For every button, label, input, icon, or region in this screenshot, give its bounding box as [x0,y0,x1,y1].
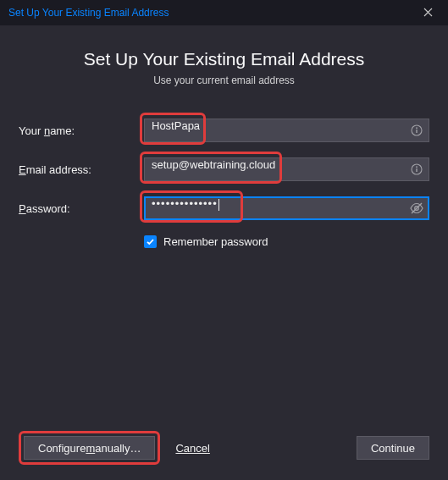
svg-rect-2 [416,130,417,133]
remember-checkbox[interactable] [144,235,157,248]
name-input-wrap: HostPapa [144,119,429,142]
page-heading: Set Up Your Existing Email Address [19,49,429,69]
text-caret [218,199,219,211]
password-input-wrap: •••••••••••••• [144,196,429,220]
password-label: Password: [19,202,144,215]
close-button[interactable] [407,0,448,25]
window-title: Set Up Your Existing Email Address [8,7,169,19]
row-name: Your name: HostPapa [19,119,429,142]
info-icon [409,123,424,138]
password-input[interactable]: •••••••••••••• [144,196,429,220]
toggle-password-visibility-icon[interactable] [409,201,424,216]
email-input[interactable]: setup@webtraining.cloud [144,157,429,181]
remember-label: Remember password [163,235,268,248]
svg-point-1 [416,127,418,129]
email-input-wrap: setup@webtraining.cloud [144,157,429,181]
configure-manually-button[interactable]: Configure manually… [24,436,155,460]
name-label: Your name: [19,124,144,137]
email-label: Email address: [19,163,144,176]
name-input[interactable]: HostPapa [144,119,429,142]
check-icon [146,237,155,246]
row-remember: Remember password [144,235,429,248]
continue-button[interactable]: Continue [357,436,429,460]
row-email: Email address: setup@webtraining.cloud [19,157,429,181]
annotation-highlight: Configure manually… [19,431,160,465]
dialog-footer: Configure manually… Cancel Continue [19,431,429,465]
name-input-value: HostPapa [152,119,200,132]
dialog-content: Set Up Your Existing Email Address Use y… [0,25,448,248]
close-icon [423,6,433,19]
info-icon [409,162,424,177]
page-subheading: Use your current email address [19,74,429,86]
svg-rect-5 [416,168,417,172]
titlebar: Set Up Your Existing Email Address [0,0,448,25]
email-input-value: setup@webtraining.cloud [152,158,275,171]
row-password: Password: •••••••••••••• [19,196,429,220]
cancel-button[interactable]: Cancel [175,442,209,455]
password-input-value: •••••••••••••• [152,197,218,210]
svg-point-4 [416,166,418,168]
